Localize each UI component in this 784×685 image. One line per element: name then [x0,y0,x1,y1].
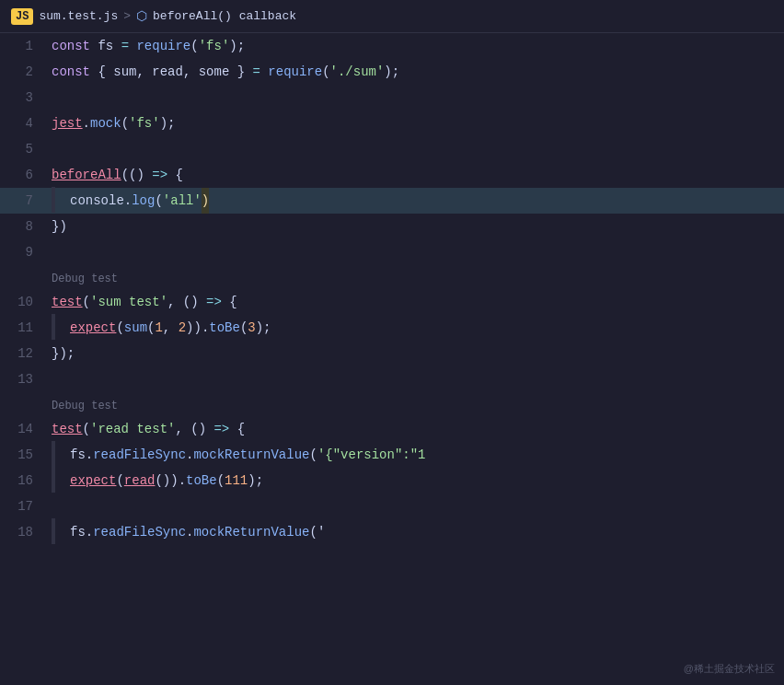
breadcrumb-callback: beforeAll() callback [153,9,296,23]
line-number-7: 7 [0,188,48,214]
line-content-4: jest.mock('fs'); [48,110,784,136]
line-content-9 [48,239,784,265]
line-content-17 [48,493,784,519]
line-content-13 [48,366,784,392]
line-content-12: }); [48,341,784,366]
code-editor: 1 const fs = require('fs'); 2 const { su… [0,33,784,685]
line-content-3 [48,85,784,110]
breadcrumb-bar: JS sum.test.js > ⬡ beforeAll() callback [0,0,784,33]
line-number-18: 18 [0,519,48,545]
js-badge: JS [11,8,33,25]
code-line-17: 17 [0,493,784,519]
line-content-18: fs.readFileSync.mockReturnValue(' [48,519,784,545]
line-number-16: 16 [0,468,48,493]
code-line-7: 7 console.log('all') [0,188,784,214]
line-content-15: fs.readFileSync.mockReturnValue('{"versi… [48,442,784,468]
line-number-9: 9 [0,239,48,265]
code-line-10: 10 test('sum test', () => { [0,289,784,315]
code-line-18: 18 fs.readFileSync.mockReturnValue(' [0,519,784,545]
line-number-5: 5 [0,136,48,162]
line-number-4: 4 [0,110,48,136]
line-number-11: 11 [0,315,48,341]
line-content-14: test('read test', () => { [48,416,784,442]
debug-label-2: Debug test [0,392,784,416]
code-line-5: 5 [0,136,784,162]
line-content-16: expect(read()).toBe(111); [48,468,784,493]
code-line-14: 14 test('read test', () => { [0,416,784,442]
line-number-6: 6 [0,162,48,188]
line-content-8: }) [48,214,784,239]
line-number-17: 17 [0,493,48,519]
code-line-8: 8 }) [0,214,784,239]
line-content-11: expect(sum(1, 2)).toBe(3); [48,315,784,341]
line-content-7: console.log('all') [48,188,784,214]
code-line-15: 15 fs.readFileSync.mockReturnValue('{"ve… [0,442,784,468]
debug-label-1: Debug test [0,265,784,289]
breadcrumb-file: sum.test.js [39,9,118,23]
line-number-3: 3 [0,85,48,110]
line-number-12: 12 [0,341,48,366]
code-line-3: 3 [0,85,784,110]
code-line-12: 12 }); [0,341,784,366]
code-line-6: 6 beforeAll(() => { [0,162,784,188]
line-content-1: const fs = require('fs'); [48,33,784,59]
code-line-1: 1 const fs = require('fs'); [0,33,784,59]
line-content-5 [48,136,784,162]
line-number-15: 15 [0,442,48,468]
line-number-8: 8 [0,214,48,239]
breadcrumb-separator: > [123,9,131,23]
code-line-9: 9 [0,239,784,265]
line-number-10: 10 [0,289,48,315]
code-line-16: 16 expect(read()).toBe(111); [0,468,784,493]
line-number-14: 14 [0,416,48,442]
line-number-2: 2 [0,59,48,85]
watermark: @稀土掘金技术社区 [684,662,775,676]
line-number-1: 1 [0,33,48,59]
code-line-2: 2 const { sum, read, some } = require('.… [0,59,784,85]
line-number-13: 13 [0,366,48,392]
code-line-11: 11 expect(sum(1, 2)).toBe(3); [0,315,784,341]
line-content-2: const { sum, read, some } = require('./s… [48,59,784,85]
code-line-13: 13 [0,366,784,392]
line-content-10: test('sum test', () => { [48,289,784,315]
code-line-4: 4 jest.mock('fs'); [0,110,784,136]
breadcrumb-icon: ⬡ [136,8,147,24]
line-content-6: beforeAll(() => { [48,162,784,188]
